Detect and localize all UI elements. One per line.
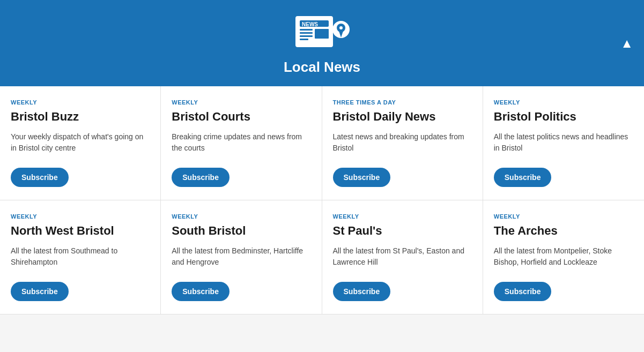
subscribe-button[interactable]: Subscribe bbox=[11, 282, 69, 301]
frequency-label: WEEKLY bbox=[172, 99, 310, 106]
subscribe-button[interactable]: Subscribe bbox=[172, 282, 230, 301]
header: NEWS Local News ▲ bbox=[0, 0, 644, 86]
card-title: The Arches bbox=[494, 224, 633, 238]
news-card: WEEKLY The Arches All the latest from Mo… bbox=[483, 200, 644, 314]
svg-rect-7 bbox=[315, 29, 329, 39]
local-news-icon: NEWS bbox=[290, 11, 354, 54]
frequency-label: WEEKLY bbox=[494, 99, 633, 106]
news-card: WEEKLY Bristol Buzz Your weekly dispatch… bbox=[0, 86, 161, 200]
frequency-label: WEEKLY bbox=[494, 213, 633, 220]
card-title: Bristol Politics bbox=[494, 110, 633, 124]
svg-rect-5 bbox=[300, 35, 313, 37]
card-title: Bristol Buzz bbox=[11, 110, 150, 124]
subscribe-button[interactable]: Subscribe bbox=[494, 168, 552, 187]
card-description: All the latest from Montpelier, Stoke Bi… bbox=[494, 245, 633, 271]
frequency-label: THREE TIMES A DAY bbox=[333, 99, 472, 106]
frequency-label: WEEKLY bbox=[172, 213, 310, 220]
svg-rect-6 bbox=[300, 39, 308, 40]
frequency-label: WEEKLY bbox=[333, 213, 472, 220]
subscribe-button[interactable]: Subscribe bbox=[494, 282, 552, 301]
frequency-label: WEEKLY bbox=[11, 99, 150, 106]
news-card: WEEKLY Bristol Courts Breaking crime upd… bbox=[161, 86, 322, 200]
subscribe-button[interactable]: Subscribe bbox=[11, 168, 69, 187]
header-title: Local News bbox=[284, 59, 360, 76]
card-description: All the latest from Bedminster, Hartclif… bbox=[172, 245, 310, 271]
card-description: All the latest from Southmead to Shireha… bbox=[11, 245, 150, 271]
news-card: WEEKLY South Bristol All the latest from… bbox=[161, 200, 322, 314]
card-description: All the latest from St Paul's, Easton an… bbox=[333, 245, 472, 271]
svg-rect-3 bbox=[300, 29, 313, 31]
card-title: South Bristol bbox=[172, 224, 310, 238]
svg-point-10 bbox=[339, 26, 343, 29]
svg-text:NEWS: NEWS bbox=[302, 21, 318, 27]
subscribe-button[interactable]: Subscribe bbox=[333, 168, 391, 187]
news-card: WEEKLY North West Bristol All the latest… bbox=[0, 200, 161, 314]
collapse-icon[interactable]: ▲ bbox=[620, 36, 633, 51]
card-title: St Paul's bbox=[333, 224, 472, 238]
news-card: WEEKLY Bristol Politics All the latest p… bbox=[483, 86, 644, 200]
card-title: North West Bristol bbox=[11, 224, 150, 238]
frequency-label: WEEKLY bbox=[11, 213, 150, 220]
news-card: THREE TIMES A DAY Bristol Daily News Lat… bbox=[322, 86, 483, 200]
card-description: Latest news and breaking updates from Br… bbox=[333, 131, 472, 157]
card-description: Breaking crime updates and news from the… bbox=[172, 131, 310, 157]
svg-rect-4 bbox=[300, 32, 313, 34]
card-title: Bristol Courts bbox=[172, 110, 310, 124]
card-description: Your weekly dispatch of what's going on … bbox=[11, 131, 150, 157]
card-description: All the latest politics news and headlin… bbox=[494, 131, 633, 157]
subscribe-button[interactable]: Subscribe bbox=[333, 282, 391, 301]
subscribe-button[interactable]: Subscribe bbox=[172, 168, 230, 187]
news-card: WEEKLY St Paul's All the latest from St … bbox=[322, 200, 483, 314]
card-title: Bristol Daily News bbox=[333, 110, 472, 124]
news-grid: WEEKLY Bristol Buzz Your weekly dispatch… bbox=[0, 86, 644, 314]
